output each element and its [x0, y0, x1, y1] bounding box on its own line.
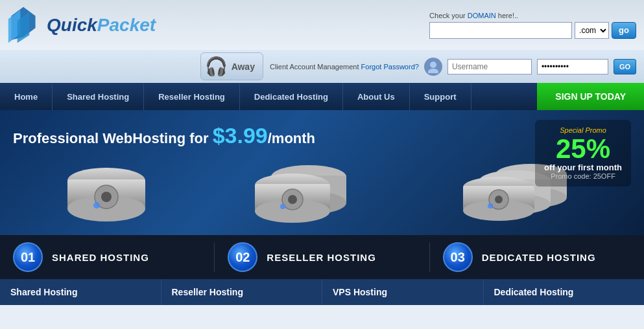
- hosting-number-1: 01: [13, 242, 43, 272]
- logo-icon: [4, 4, 43, 46]
- logo-quick: Quick: [47, 15, 97, 35]
- hosting-bar: 01 SHARED HOSTING 02 RESELLER HOSTING 03…: [0, 235, 644, 279]
- server-single: [61, 161, 152, 229]
- hosting-number-3: 03: [443, 242, 473, 272]
- svg-point-31: [488, 203, 493, 209]
- promo-percent: 25%: [544, 135, 622, 163]
- forgot-password-link[interactable]: Forgot Password?: [361, 63, 419, 71]
- hosting-dedicated[interactable]: 03 DEDICATED HOSTING: [429, 242, 644, 272]
- hosting-reseller[interactable]: 02 RESELLER HOSTING: [214, 242, 429, 272]
- header-middle: 🎧 Away Client Account Management Forgot …: [0, 50, 644, 83]
- domain-section: Check your DOMAIN here!.. .com .net .org…: [429, 12, 636, 39]
- domain-extension-select[interactable]: .com .net .org: [575, 22, 609, 39]
- svg-point-18: [288, 195, 297, 204]
- nav-shared-hosting[interactable]: Shared Hosting: [53, 83, 144, 110]
- domain-link[interactable]: DOMAIN: [468, 12, 496, 19]
- away-status: Away: [232, 62, 255, 72]
- svg-point-30: [495, 196, 503, 203]
- svg-point-19: [280, 204, 285, 209]
- server-double: [247, 163, 357, 227]
- hosting-label-3: DEDICATED HOSTING: [482, 252, 596, 263]
- hero-banner: Professional WebHosting for $3.99/month: [0, 110, 644, 235]
- promo-code: Promo code: 25OFF: [544, 172, 622, 180]
- tab-shared-hosting[interactable]: Shared Hosting: [0, 279, 161, 305]
- support-chat-button[interactable]: 🎧 Away: [200, 52, 263, 80]
- hosting-label-2: RESELLER HOSTING: [267, 252, 376, 263]
- header-top: QuickPacket Check your DOMAIN here!.. .c…: [0, 0, 644, 50]
- promo-badge: Special Promo 25% off your first month P…: [535, 120, 631, 187]
- nav-bar: Home Shared Hosting Reseller Hosting Ded…: [0, 83, 644, 110]
- nav-reseller-hosting[interactable]: Reseller Hosting: [144, 83, 240, 110]
- bottom-tabs: Shared Hosting Reseller Hosting VPS Host…: [0, 279, 644, 305]
- domain-label: Check your DOMAIN here!..: [429, 12, 518, 19]
- tab-dedicated-hosting[interactable]: Dedicated Hosting: [484, 279, 645, 305]
- login-go-button[interactable]: GO: [614, 59, 636, 74]
- nav-home[interactable]: Home: [0, 83, 53, 110]
- account-management-label: Client Account Management Forgot Passwor…: [270, 63, 419, 71]
- nav-about-us[interactable]: About Us: [343, 83, 410, 110]
- logo-packet: Packet: [97, 15, 156, 35]
- nav-signup-button[interactable]: SIGN UP TODAY: [537, 83, 644, 110]
- hero-price: $3.99: [213, 123, 268, 148]
- support-icon: 🎧: [205, 56, 228, 77]
- logo-text: QuickPacket: [47, 15, 156, 36]
- svg-point-3: [430, 62, 436, 68]
- hosting-number-2: 02: [228, 242, 257, 272]
- login-section: Client Account Management Forgot Passwor…: [270, 58, 636, 76]
- svg-point-9: [101, 192, 112, 202]
- domain-input[interactable]: [429, 22, 572, 39]
- nav-dedicated-hosting[interactable]: Dedicated Hosting: [240, 83, 343, 110]
- svg-point-4: [428, 69, 438, 73]
- tab-reseller-hosting[interactable]: Reseller Hosting: [161, 279, 323, 305]
- svg-point-10: [93, 202, 100, 209]
- tab-vps-hosting[interactable]: VPS Hosting: [322, 279, 484, 305]
- hosting-label-1: SHARED HOSTING: [52, 252, 149, 263]
- domain-row: .com .net .org go: [429, 22, 636, 39]
- username-input[interactable]: [447, 59, 532, 74]
- nav-support[interactable]: Support: [410, 83, 471, 110]
- hosting-shared[interactable]: 01 SHARED HOSTING: [0, 242, 214, 272]
- password-input[interactable]: [537, 59, 608, 74]
- domain-go-button[interactable]: go: [612, 22, 636, 39]
- user-avatar: [424, 58, 442, 76]
- logo-area: QuickPacket: [4, 4, 156, 46]
- promo-off-text: off your first month: [544, 163, 622, 172]
